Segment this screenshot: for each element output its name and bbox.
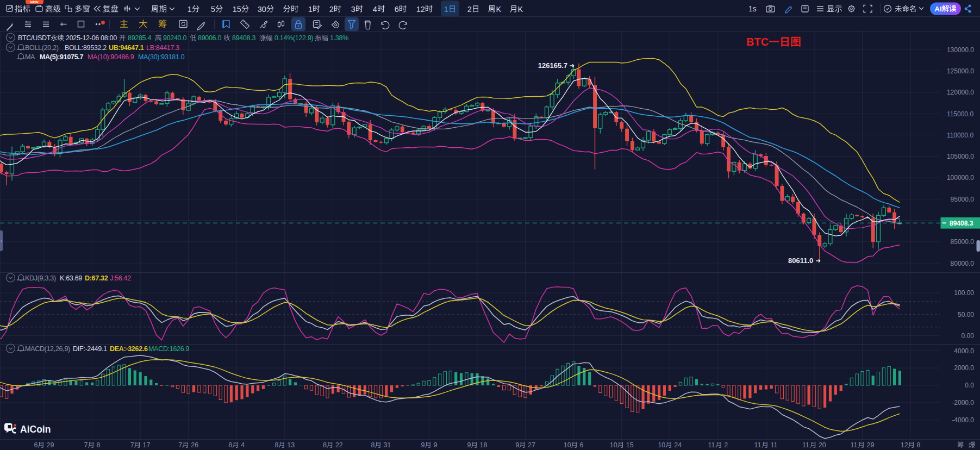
svg-text:K:63.69: K:63.69 (60, 274, 82, 282)
svg-text:126165.7: 126165.7 (538, 61, 567, 70)
svg-text:-4000.0: -4000.0 (952, 416, 974, 424)
svg-text:9: 9 (467, 441, 471, 449)
svg-text:3: 3 (351, 5, 355, 14)
svg-text:31: 31 (383, 441, 391, 449)
svg-text:J:56.42: J:56.42 (110, 274, 131, 282)
svg-text:MA(10):90486.9: MA(10):90486.9 (88, 53, 134, 61)
svg-text:1: 1 (308, 5, 313, 14)
svg-text:20: 20 (819, 441, 826, 449)
svg-text:22: 22 (335, 441, 343, 449)
svg-text:11: 11 (802, 441, 809, 449)
svg-text:100000.0: 100000.0 (947, 174, 974, 182)
svg-text:7: 7 (84, 441, 88, 449)
svg-text:-2000.0: -2000.0 (952, 399, 974, 407)
svg-text:90240.0: 90240.0 (163, 34, 186, 42)
svg-text:4000.0: 4000.0 (954, 347, 974, 355)
svg-text:0.00: 0.00 (962, 332, 975, 340)
svg-text:12: 12 (416, 5, 425, 14)
svg-text:6: 6 (395, 5, 399, 14)
svg-text:80000.0: 80000.0 (951, 260, 975, 267)
svg-text:7: 7 (178, 441, 182, 449)
svg-text:2: 2 (329, 5, 334, 14)
svg-text:11: 11 (708, 441, 715, 449)
svg-text:0.14%(122.9): 0.14%(122.9) (274, 34, 314, 42)
svg-text:1: 1 (188, 5, 192, 14)
svg-text:89408.3: 89408.3 (232, 34, 255, 42)
svg-text:LB:84417.3: LB:84417.3 (146, 44, 179, 52)
svg-text:125000.0: 125000.0 (947, 67, 974, 75)
svg-text:89285.4: 89285.4 (128, 34, 151, 42)
svg-text:K: K (496, 5, 501, 14)
svg-text:9: 9 (515, 441, 519, 449)
svg-text:BOLL(20,2): BOLL(20,2) (25, 44, 59, 52)
svg-text:MA: MA (25, 53, 35, 61)
svg-text:100.00: 100.00 (954, 289, 974, 297)
svg-text:120000.0: 120000.0 (947, 89, 974, 96)
svg-text:29: 29 (867, 441, 875, 449)
svg-text:1: 1 (444, 5, 448, 14)
svg-text:BOLL:89532.2: BOLL:89532.2 (65, 44, 107, 52)
svg-text:105000.0: 105000.0 (947, 153, 974, 160)
svg-text:4: 4 (373, 5, 377, 14)
svg-text:1s: 1s (748, 4, 757, 13)
svg-text:27: 27 (528, 441, 535, 449)
svg-text:8: 8 (371, 441, 375, 449)
svg-text:K: K (517, 5, 523, 14)
svg-text:89408.3: 89408.3 (950, 220, 973, 227)
svg-text:9: 9 (421, 441, 425, 449)
svg-text:8: 8 (323, 441, 327, 449)
svg-text:AiCoin: AiCoin (20, 424, 51, 435)
svg-text:8: 8 (274, 441, 278, 449)
svg-text:7: 7 (130, 441, 134, 449)
svg-text:5: 5 (211, 5, 215, 14)
svg-text:11: 11 (851, 441, 858, 449)
svg-text:50.00: 50.00 (958, 311, 974, 318)
svg-text:MA(30):93181.0: MA(30):93181.0 (138, 53, 185, 61)
svg-text:2000.0: 2000.0 (954, 364, 974, 372)
svg-text:6: 6 (34, 441, 38, 449)
svg-text:95000.0: 95000.0 (951, 196, 975, 203)
svg-text:11: 11 (770, 441, 777, 449)
svg-text:UB:94647.1: UB:94647.1 (109, 44, 144, 52)
svg-text:DIF:-2449.1: DIF:-2449.1 (73, 345, 107, 353)
svg-text:11: 11 (754, 441, 761, 449)
svg-text:30: 30 (258, 5, 266, 14)
svg-text:8: 8 (228, 441, 232, 449)
svg-text:18: 18 (480, 441, 488, 449)
svg-text:KDJ(9,3,3): KDJ(9,3,3) (25, 274, 56, 282)
svg-text:MACD(12,26,9): MACD(12,26,9) (25, 345, 70, 353)
svg-text:BTC/USDT: BTC/USDT (18, 34, 51, 42)
svg-text:6: 6 (580, 441, 584, 449)
svg-text:AI: AI (934, 5, 942, 13)
svg-text:115000.0: 115000.0 (947, 110, 973, 118)
svg-text:2: 2 (724, 441, 728, 449)
svg-text:D:67.32: D:67.32 (85, 274, 108, 282)
svg-text:8: 8 (917, 441, 921, 449)
svg-text:29: 29 (47, 441, 54, 449)
svg-text:110000.0: 110000.0 (947, 132, 973, 139)
svg-text:26: 26 (191, 441, 198, 449)
svg-text:0.0: 0.0 (965, 382, 974, 389)
svg-text:12: 12 (901, 441, 908, 449)
svg-text:10: 10 (564, 441, 571, 449)
svg-text:10: 10 (610, 441, 617, 449)
svg-text:8: 8 (97, 441, 101, 449)
svg-text:2025-12-06 08:00: 2025-12-06 08:00 (66, 34, 117, 42)
svg-text:4: 4 (241, 441, 245, 449)
svg-text:80611.0: 80611.0 (788, 257, 813, 265)
svg-text:15: 15 (233, 5, 241, 14)
svg-text:24: 24 (674, 441, 682, 449)
svg-text:17: 17 (143, 441, 151, 449)
svg-text:2: 2 (467, 5, 472, 14)
svg-text:85000.0: 85000.0 (951, 238, 975, 246)
svg-text:DEA:-3262.6: DEA:-3262.6 (110, 345, 148, 353)
svg-text:1.38%: 1.38% (330, 34, 348, 42)
svg-text:MA(5):91075.7: MA(5):91075.7 (40, 53, 84, 61)
svg-text:BTC: BTC (746, 36, 769, 48)
svg-text:9: 9 (434, 441, 438, 449)
svg-text:13: 13 (287, 441, 295, 449)
svg-text:89006.0: 89006.0 (198, 34, 221, 42)
svg-text:130000.0: 130000.0 (947, 46, 974, 54)
svg-text:15: 15 (626, 441, 634, 449)
svg-text:MACD:1626.9: MACD:1626.9 (148, 345, 190, 353)
